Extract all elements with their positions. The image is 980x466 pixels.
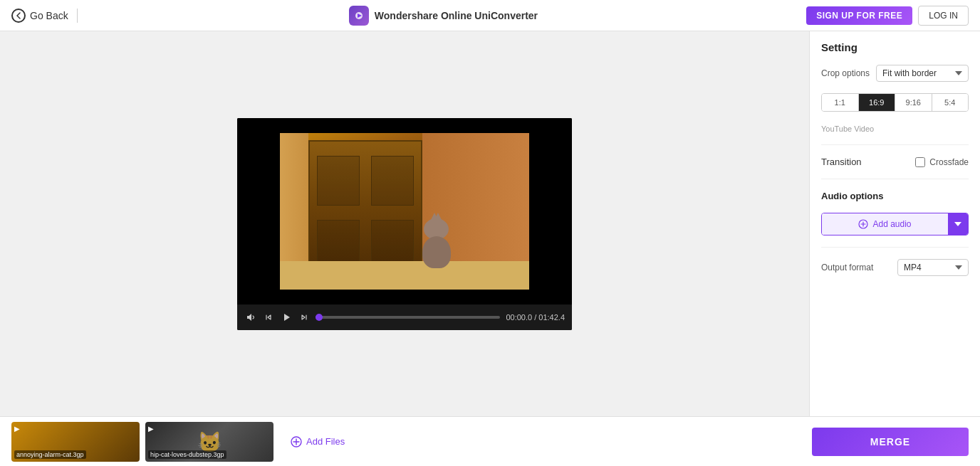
door-panel-2 (371, 156, 414, 206)
progress-thumb (316, 314, 323, 321)
log-in-button[interactable]: LOG IN (918, 6, 969, 26)
right-panel: Setting Crop options Fit with border Cro… (809, 31, 980, 416)
main-content: 00:00.0 / 01:42.4 Setting Crop options F… (0, 31, 980, 416)
add-audio-label: Add audio (872, 219, 911, 229)
divider-2 (821, 179, 969, 179)
go-back-button[interactable]: Go Back (11, 9, 68, 23)
sign-up-button[interactable]: SIGN UP FOR FREE (806, 6, 912, 25)
video-floor (280, 261, 529, 290)
rewind-button[interactable] (263, 312, 274, 323)
divider-3 (821, 247, 969, 248)
add-files-plus-icon (291, 436, 302, 448)
add-audio-row: Add audio (821, 213, 969, 235)
add-files-label: Add Files (306, 436, 345, 447)
aspect-ratio-9-16[interactable]: 9:16 (895, 94, 932, 111)
thumbnail-2[interactable]: 🐱 ▶ hip-cat-loves-dubstep.3gp (145, 422, 273, 462)
header-left: Go Back (11, 9, 80, 23)
transition-row: Transition Crossfade (821, 157, 969, 167)
thumb-1-play-icon: ▶ (14, 425, 20, 433)
thumb-2-play-icon: ▶ (148, 425, 154, 433)
crop-options-select[interactable]: Fit with border Crop to fill Stretch (876, 65, 969, 82)
video-controls: 00:00.0 / 01:42.4 (237, 305, 572, 330)
output-format-select[interactable]: MP4 MOV AVI MKV (897, 259, 969, 276)
crop-options-row: Crop options Fit with border Crop to fil… (821, 65, 969, 82)
video-inner (280, 133, 529, 290)
play-button[interactable] (280, 311, 293, 324)
crossfade-label: Crossfade (929, 157, 969, 167)
time-total: 01:42.4 (538, 313, 565, 322)
cat-figure (415, 218, 458, 268)
thumbnail-1[interactable]: ▶ annoying-alarm-cat.3gp (11, 422, 140, 462)
brand-icon (349, 6, 369, 26)
door-panel-1 (317, 156, 360, 206)
crossfade-toggle-group: Crossfade (915, 157, 969, 167)
progress-bar[interactable] (316, 316, 500, 319)
crop-options-label: Crop options (821, 68, 870, 78)
video-player: 00:00.0 / 01:42.4 (237, 118, 572, 330)
panel-setting-title: Setting (821, 41, 969, 53)
header-brand: Wondershare Online UniConverter (349, 6, 538, 26)
thumbnail-2-label: hip-cat-loves-dubstep.3gp (148, 450, 226, 459)
video-content (237, 118, 572, 305)
audio-title: Audio options (821, 191, 969, 201)
merge-button[interactable]: MERGE (812, 428, 969, 456)
brand-name: Wondershare Online UniConverter (375, 10, 538, 21)
header-actions: SIGN UP FOR FREE LOG IN (806, 6, 969, 26)
plus-circle-icon (858, 219, 868, 229)
header-divider (77, 9, 78, 23)
cat-ear-right (430, 213, 439, 221)
bottom-strip: ▶ annoying-alarm-cat.3gp 🐱 ▶ hip-cat-lov… (0, 416, 980, 466)
time-display: 00:00.0 / 01:42.4 (506, 313, 565, 322)
aspect-ratio-selector: 1:1 16:9 9:16 5:4 (821, 93, 969, 112)
fast-forward-button[interactable] (298, 312, 310, 323)
aspect-ratio-5-4[interactable]: 5:4 (932, 94, 969, 111)
video-area: 00:00.0 / 01:42.4 (0, 31, 809, 416)
output-format-row: Output format MP4 MOV AVI MKV (821, 259, 969, 276)
add-audio-button[interactable]: Add audio (822, 213, 948, 235)
thumbnail-1-label: annoying-alarm-cat.3gp (14, 450, 86, 459)
back-circle-icon (11, 9, 26, 23)
app-header: Go Back Wondershare Online UniConverter … (0, 0, 980, 31)
time-current: 00:00.0 (506, 313, 532, 322)
aspect-ratio-16-9[interactable]: 16:9 (859, 94, 896, 111)
transition-label: Transition (821, 157, 862, 167)
add-audio-dropdown-button[interactable] (948, 213, 968, 235)
video-frame (237, 118, 572, 305)
aspect-hint: YouTube Video (821, 125, 969, 133)
mute-button[interactable] (244, 311, 257, 324)
divider-1 (821, 144, 969, 145)
go-back-label: Go Back (30, 10, 68, 21)
dropdown-chevron-icon (954, 222, 961, 226)
crossfade-checkbox[interactable] (915, 157, 925, 167)
cat-body (422, 236, 451, 268)
aspect-ratio-1-1[interactable]: 1:1 (822, 94, 859, 111)
output-format-label: Output format (821, 263, 873, 272)
add-files-button[interactable]: Add Files (279, 430, 356, 453)
